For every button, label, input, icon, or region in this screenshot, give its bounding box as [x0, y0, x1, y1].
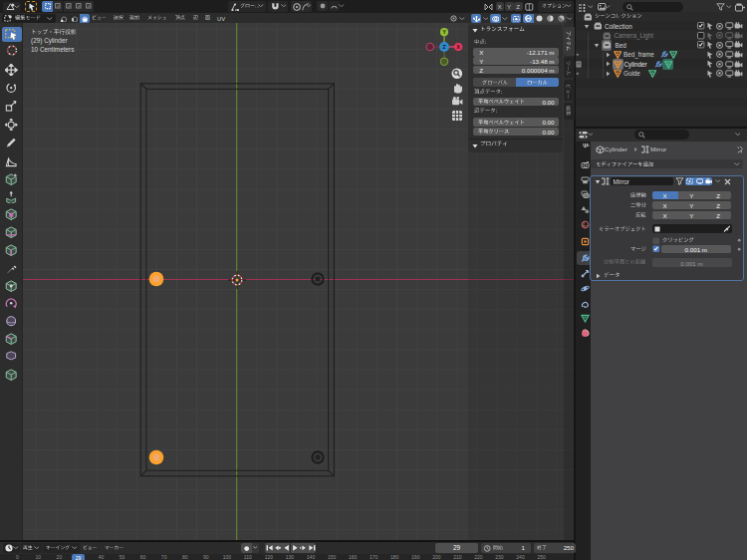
svg-text:Z: Z: [442, 44, 446, 50]
svg-text:Y: Y: [442, 29, 446, 35]
svg-text:X: X: [456, 44, 460, 50]
